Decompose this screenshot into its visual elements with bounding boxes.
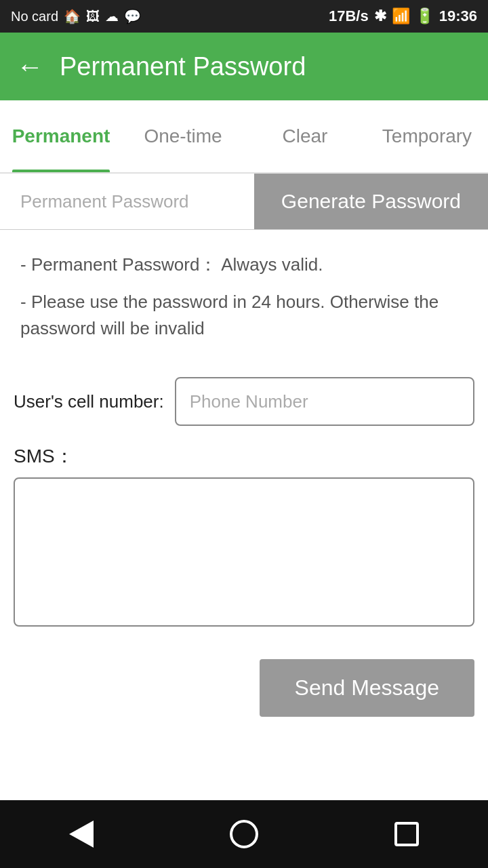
tab-clear[interactable]: Clear <box>244 100 366 172</box>
cloud-icon: ☁ <box>105 8 119 24</box>
sms-textarea[interactable] <box>14 477 474 627</box>
no-card-label: No card <box>11 9 58 24</box>
send-message-button[interactable]: Send Message <box>260 659 474 717</box>
generate-password-button[interactable]: Generate Password <box>254 174 488 229</box>
nav-bar <box>0 800 488 868</box>
password-row: Permanent Password Generate Password <box>0 174 488 230</box>
status-right: 17B/s ✱ 📶 🔋 19:36 <box>329 7 477 25</box>
page-title: Permanent Password <box>60 52 306 81</box>
send-btn-row: Send Message <box>0 643 488 717</box>
back-button[interactable]: ← <box>16 53 43 80</box>
main-content: Permanent Password Generate Password - P… <box>0 174 488 800</box>
tab-onetime[interactable]: One-time <box>122 100 244 172</box>
status-bar: No card 🏠 🖼 ☁ 💬 17B/s ✱ 📶 🔋 19:36 <box>0 0 488 33</box>
info-line-2: - Please use the password in 24 hours. O… <box>20 289 468 342</box>
info-line-1: - Permanent Password： Always valid. <box>20 252 468 278</box>
nav-recent-button[interactable] <box>380 814 434 854</box>
wifi-icon: 📶 <box>392 7 410 25</box>
nav-back-icon <box>69 821 94 848</box>
info-section: - Permanent Password： Always valid. - Pl… <box>0 230 488 363</box>
sms-section: SMS： <box>0 437 488 643</box>
password-label: Permanent Password <box>0 174 254 229</box>
nav-home-icon <box>230 820 258 848</box>
app-bar: ← Permanent Password <box>0 33 488 100</box>
cell-number-row: User's cell number: <box>0 363 488 437</box>
bluetooth-icon: ✱ <box>374 7 386 25</box>
nav-home-button[interactable] <box>217 814 271 854</box>
sms-app-icon: 💬 <box>124 8 141 24</box>
status-left: No card 🏠 🖼 ☁ 💬 <box>11 8 141 24</box>
sms-label: SMS： <box>14 443 474 469</box>
sim-icon: 🏠 <box>64 8 81 24</box>
tab-bar: Permanent One-time Clear Temporary <box>0 100 488 174</box>
cell-number-label: User's cell number: <box>14 391 164 412</box>
gallery-icon: 🖼 <box>86 9 100 24</box>
time-label: 19:36 <box>439 7 477 25</box>
tab-temporary[interactable]: Temporary <box>366 100 488 172</box>
phone-number-input[interactable] <box>175 377 474 426</box>
nav-recent-icon <box>394 822 419 846</box>
tab-permanent[interactable]: Permanent <box>0 100 122 172</box>
battery-icon: 🔋 <box>415 7 434 25</box>
network-speed: 17B/s <box>329 7 369 25</box>
nav-back-button[interactable] <box>54 814 108 854</box>
